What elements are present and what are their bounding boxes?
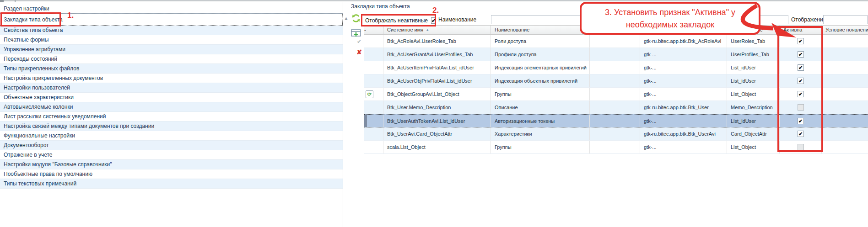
active-checkbox[interactable]: ✔: [798, 64, 804, 71]
annotation-step3-line1: 3. Установить признак "Активна" у: [582, 6, 759, 19]
active-cell: ✔: [780, 127, 822, 140]
annotation-step3-line2: необходимых закладок: [582, 19, 759, 31]
active-checkbox[interactable]: ✔: [798, 78, 804, 84]
condition-cell: [822, 61, 868, 74]
table-row[interactable]: Btk_User.Memo_DescriptionОписаниеgtk-ru.…: [364, 101, 868, 114]
add-row-icon[interactable]: [351, 29, 361, 37]
name-cell: Профили доступа: [491, 48, 590, 61]
annotation-step3-callout: 3. Установить признак "Активна" у необхо…: [580, 2, 760, 35]
active-checkbox: [798, 144, 804, 150]
empty-cell: [590, 127, 640, 140]
empty-cell: [590, 141, 640, 153]
table-row[interactable]: Btk_AcRoleAvi.UserRoles_TabРоли доступаg…: [364, 35, 868, 48]
settings-section-header[interactable]: Раздел настройки: [0, 4, 343, 14]
active-cell: ✔: [780, 115, 822, 127]
system-name-cell: scala.List_Object: [383, 141, 491, 153]
active-cell: ✔: [780, 88, 822, 100]
table-row[interactable]: Btk_AcUserObjPrivFlatAvi.List_idUserИнде…: [364, 74, 868, 88]
column-header[interactable]: Условие появления: [822, 26, 868, 34]
annotation-step2-label: 2.: [432, 6, 439, 15]
row-indicator-cell: [364, 141, 383, 153]
display-filter-label: Отображение: [791, 16, 826, 23]
table-body: Btk_AcRoleAvi.UserRoles_TabРоли доступаg…: [364, 35, 868, 154]
show-inactive-checkbox[interactable]: ✔: [431, 17, 436, 24]
class-name-cell: gtk-...: [640, 61, 727, 74]
name-cell: Индексация элементарных привилегий: [491, 61, 590, 74]
sort-asc-icon: ▲: [426, 28, 429, 32]
name-cell: Авторизационные токены: [491, 115, 590, 127]
system-name-cell: Btk_UserAuthTokenAvi.List_idUser: [383, 115, 491, 127]
collapse-arrow-icon[interactable]: ▲: [344, 16, 349, 21]
check-icon: ✔: [355, 38, 364, 45]
active-cell: ✔: [780, 48, 822, 61]
settings-section-item[interactable]: Свойства типа объекта: [0, 26, 343, 35]
class-name-cell: gtk-...: [640, 48, 727, 61]
display-filter-input[interactable]: [823, 15, 868, 24]
table-row[interactable]: ⟳Btk_ObjectGroupAvi.List_ObjectГруппыgtk…: [364, 88, 868, 101]
settings-section-item[interactable]: Отражение в учете: [0, 150, 343, 160]
settings-section-item[interactable]: Объектные характеристики: [0, 93, 343, 102]
settings-section-list: Закладки типа объектаСвойства типа объек…: [0, 14, 343, 189]
table-row[interactable]: scala.List_ObjectГруппыgtk-...List_Objec…: [364, 141, 868, 154]
condition-cell: [822, 101, 868, 114]
settings-section-item[interactable]: Настройки пользователей: [0, 83, 343, 93]
active-checkbox[interactable]: ✔: [798, 118, 804, 124]
row-indicator-cell: [364, 74, 383, 87]
settings-section-item[interactable]: Пообъектные права по умолчанию: [0, 169, 343, 179]
refresh-cell-icon: ⟳: [366, 90, 373, 98]
tab-name-cell: List_idUser: [727, 61, 780, 74]
table-row[interactable]: Btk_UserAvi.Card_ObjectAttrХарактеристик…: [364, 127, 868, 141]
system-name-cell: Btk_AcUserItemPrivFlatAvi.List_idUser: [383, 61, 491, 74]
settings-section-item[interactable]: Функциональные настройки: [0, 131, 343, 141]
condition-cell: [822, 35, 868, 48]
empty-cell: [590, 61, 640, 74]
active-checkbox[interactable]: ✔: [798, 51, 804, 58]
settings-section-item[interactable]: Настройка связей между типами документов…: [0, 121, 343, 131]
tab-name-cell: UserProfiles_Tab: [727, 48, 780, 61]
empty-cell: [590, 88, 640, 100]
class-name-cell: gtk-...: [640, 115, 727, 127]
show-inactive-label: Отображать неактивные: [365, 17, 428, 24]
column-header[interactable]: -: [364, 26, 383, 34]
empty-cell: [590, 48, 640, 61]
column-header[interactable]: Активна: [780, 26, 822, 34]
settings-section-item[interactable]: Лист рассылки системных уведомлений: [0, 112, 343, 121]
settings-section-item[interactable]: Документооборот: [0, 141, 343, 150]
system-name-cell: Btk_AcUserObjPrivFlatAvi.List_idUser: [383, 74, 491, 87]
refresh-icon[interactable]: [351, 14, 361, 23]
settings-section-item[interactable]: Печатные формы: [0, 35, 343, 45]
active-checkbox[interactable]: ✔: [798, 131, 804, 137]
system-name-cell: Btk_UserAvi.Card_ObjectAttr: [383, 127, 491, 140]
row-indicator-cell: [364, 115, 383, 127]
table-row[interactable]: Btk_AcUserGrantAvi.UserProfiles_TabПрофи…: [364, 48, 868, 61]
settings-section-item[interactable]: Закладки типа объекта: [0, 14, 343, 26]
condition-cell: [822, 88, 868, 100]
active-cell: ✔: [780, 61, 822, 74]
condition-cell: [822, 74, 868, 87]
settings-section-item[interactable]: Переходы состояний: [0, 54, 343, 64]
settings-section-item[interactable]: Управление атрибутами: [0, 45, 343, 54]
settings-section-panel: Раздел настройки Закладки типа объектаСв…: [0, 2, 343, 227]
table-row[interactable]: Btk_UserAuthTokenAvi.List_idUserАвториза…: [364, 114, 868, 127]
annotation-step1-label: 1.: [67, 11, 74, 20]
name-filter-label: Наименование: [438, 16, 476, 23]
column-header[interactable]: Системное имя▲: [383, 26, 491, 34]
active-checkbox[interactable]: ✔: [798, 38, 804, 44]
settings-section-item[interactable]: Автовычисляемые колонки: [0, 102, 343, 112]
table-row[interactable]: Btk_AcUserItemPrivFlatAvi.List_idUserИнд…: [364, 61, 868, 74]
tab-name-cell: Card_ObjectAttr: [727, 127, 780, 140]
class-name-cell: gtk-...: [640, 74, 727, 87]
page-title: Закладки типа объекта: [351, 3, 410, 10]
column-header[interactable]: Наименование: [491, 26, 590, 34]
row-indicator-cell: ⟳: [364, 88, 383, 100]
condition-cell: [822, 48, 868, 61]
settings-section-item[interactable]: Типы прикрепленных файлов: [0, 64, 343, 74]
settings-section-item[interactable]: Настройка прикрепленных документов: [0, 74, 343, 83]
settings-section-item[interactable]: Типы текстовых примечаний: [0, 179, 343, 189]
name-cell: Индексация объектных привилегий: [491, 74, 590, 87]
name-cell: Группы: [491, 141, 590, 153]
row-indicator-cell: [364, 48, 383, 61]
active-checkbox[interactable]: ✔: [798, 91, 804, 97]
active-cell: ✔: [780, 74, 822, 87]
settings-section-item[interactable]: Настройки модуля "Базовые справочники": [0, 160, 343, 169]
